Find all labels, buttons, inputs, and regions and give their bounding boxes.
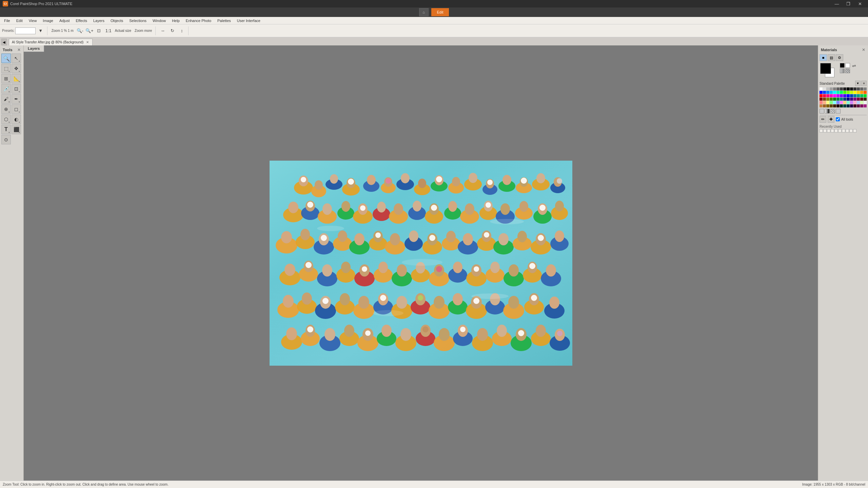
pick-tool[interactable]: ↖ ▼ (12, 54, 21, 63)
edit-button[interactable]: Edit (431, 8, 449, 16)
document-tab[interactable]: AI Style Transfer After.jpg @ 80% (Backg… (9, 39, 93, 45)
foreground-color-swatch[interactable] (820, 63, 831, 74)
recent-cell-4[interactable] (831, 129, 834, 133)
zoom-in-button[interactable]: 🔍+ (85, 26, 94, 35)
fill-tool[interactable]: ⬡ ▼ (1, 115, 11, 124)
palette-color-1[interactable] (823, 87, 826, 90)
palette-color-36[interactable] (847, 94, 850, 97)
freehand-select-tool[interactable]: ⬚ ▼ (1, 64, 11, 73)
eye-dropper-tool[interactable]: 💉 ▼ (1, 84, 11, 94)
palette-color-6[interactable] (840, 87, 843, 90)
palette-color-9[interactable] (850, 87, 853, 90)
zoom-tool[interactable]: 🔍 ▼ (1, 54, 11, 63)
pan-button[interactable]: ↔ (158, 26, 167, 35)
swap-colors-button[interactable]: ⇌ (852, 63, 856, 68)
palette-color-31[interactable] (830, 94, 833, 97)
flip-button[interactable]: ↕ (177, 26, 186, 35)
palette-color-72[interactable] (826, 104, 829, 107)
palette-color-75[interactable] (836, 104, 840, 107)
paint-brush-tool[interactable]: 🖌 ▼ (1, 94, 11, 104)
tab-arrow-left[interactable]: ◀ (1, 39, 7, 45)
palette-color-58[interactable] (826, 101, 829, 104)
palette-color-2[interactable] (826, 87, 829, 90)
palette-color-69[interactable] (864, 101, 867, 104)
palette-color-81[interactable] (857, 104, 860, 107)
palette-color-45[interactable] (830, 98, 833, 101)
palette-color-79[interactable] (850, 104, 853, 107)
palette-color-8[interactable] (847, 87, 850, 90)
palette-color-56[interactable] (820, 101, 823, 104)
layers-tab-label[interactable]: Layers (24, 45, 44, 52)
white-swatch[interactable] (845, 63, 850, 68)
palette-color-78[interactable] (847, 104, 850, 107)
zoom-out-button[interactable]: 🔍- (76, 26, 84, 35)
palette-color-24[interactable] (853, 91, 856, 94)
palette-color-52[interactable] (853, 98, 856, 101)
palette-color-64[interactable] (847, 101, 850, 104)
recent-cell-8[interactable] (846, 129, 849, 133)
palette-color-71[interactable] (823, 104, 826, 107)
palette-color-26[interactable] (860, 91, 863, 94)
restore-button[interactable]: ❐ (843, 0, 854, 7)
palette-color-30[interactable] (826, 94, 829, 97)
presets-input[interactable] (15, 27, 36, 34)
palette-color-57[interactable] (823, 101, 826, 104)
palette-color-27[interactable] (864, 91, 867, 94)
pattern-swatch[interactable] (845, 68, 850, 73)
palette-color-11[interactable] (857, 87, 860, 90)
palette-color-13[interactable] (864, 87, 867, 90)
close-button[interactable]: ✕ (854, 0, 865, 7)
menu-window[interactable]: Window (150, 18, 169, 23)
palette-color-62[interactable] (840, 101, 843, 104)
pattern-tab[interactable]: ⚙ (836, 54, 843, 61)
text-tool[interactable]: T ▼ (1, 125, 11, 134)
palette-color-66[interactable] (853, 101, 856, 104)
palette-color-34[interactable] (840, 94, 843, 97)
palette-color-55[interactable] (864, 98, 867, 101)
palette-color-33[interactable] (836, 94, 840, 97)
eyedropper-palette-btn[interactable]: ✏ (820, 116, 826, 123)
extra-swatch-3[interactable] (830, 109, 835, 114)
solid-color-tab[interactable]: ■ (820, 54, 827, 61)
palette-color-73[interactable] (830, 104, 833, 107)
erase-tool[interactable]: ◻ ▼ (12, 104, 21, 114)
palette-color-77[interactable] (843, 104, 846, 107)
home-button[interactable]: ⌂ (419, 8, 429, 16)
presets-dropdown[interactable]: ▼ (36, 26, 45, 35)
palette-color-70[interactable] (820, 104, 823, 107)
palette-color-29[interactable] (823, 94, 826, 97)
palette-color-5[interactable] (836, 87, 840, 90)
palette-color-51[interactable] (850, 98, 853, 101)
recent-cell-7[interactable] (842, 129, 845, 133)
menu-view[interactable]: View (26, 18, 40, 23)
recent-cell-9[interactable] (849, 129, 853, 133)
palette-color-19[interactable] (836, 91, 840, 94)
straighten-tool[interactable]: 📐 ▼ (12, 74, 21, 83)
palette-color-76[interactable] (840, 104, 843, 107)
palette-color-46[interactable] (833, 98, 836, 101)
palette-color-28[interactable] (820, 94, 823, 97)
actual-size-button[interactable]: 1:1 (104, 26, 113, 35)
palette-color-67[interactable] (857, 101, 860, 104)
palette-color-53[interactable] (857, 98, 860, 101)
palette-color-37[interactable] (850, 94, 853, 97)
palette-color-59[interactable] (830, 101, 833, 104)
palette-color-39[interactable] (857, 94, 860, 97)
palette-color-63[interactable] (843, 101, 846, 104)
palette-color-83[interactable] (864, 104, 867, 107)
palette-color-35[interactable] (843, 94, 846, 97)
palette-color-23[interactable] (850, 91, 853, 94)
all-tools-checkbox[interactable] (836, 117, 840, 121)
palette-color-61[interactable] (836, 101, 840, 104)
palette-color-42[interactable] (820, 98, 823, 101)
tools-close-button[interactable]: ✕ (17, 47, 21, 52)
recent-cell-5[interactable] (834, 129, 838, 133)
target-tool[interactable]: ⊙ (1, 135, 11, 144)
canvas-area[interactable]: Layers (24, 45, 818, 481)
extra-swatch-2[interactable] (825, 109, 830, 114)
menu-objects[interactable]: Objects (108, 18, 126, 23)
palette-color-10[interactable] (853, 87, 856, 90)
palette-color-50[interactable] (847, 98, 850, 101)
palette-color-48[interactable] (840, 98, 843, 101)
palette-color-25[interactable] (857, 91, 860, 94)
